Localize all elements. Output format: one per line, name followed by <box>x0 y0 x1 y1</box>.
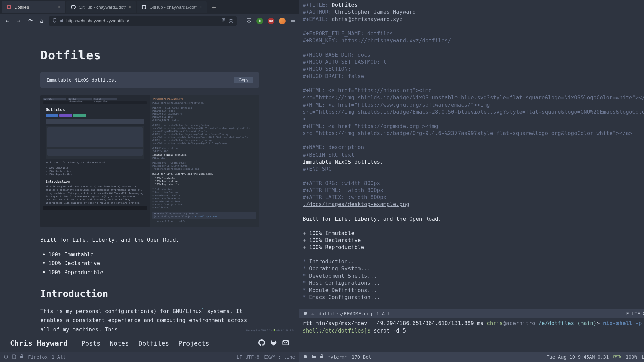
buffer-path: dotfiles/README.org <box>319 311 372 316</box>
encoding: LF UTF-8 <box>642 354 644 360</box>
browser-tab-active[interactable]: Dotfiles × <box>2 1 65 13</box>
tagline: Built for Life, Liberty, and the Open Ro… <box>40 237 259 243</box>
encoding: LF UTF-8 <box>623 311 644 316</box>
list-item: 100% Declarative <box>48 259 259 268</box>
code-text: Immutable NixOS dotfiles. <box>46 77 117 83</box>
feature-list: 100% Immutable 100% Declarative 100% Rep… <box>40 250 259 277</box>
home-button[interactable]: ⌂ <box>38 18 46 24</box>
lock-icon[interactable] <box>60 18 64 23</box>
svg-point-11 <box>4 355 8 358</box>
back-button[interactable]: ← <box>3 18 11 24</box>
browser-tab[interactable]: GitHub - chayward1/dotf × <box>66 1 136 13</box>
url-bar[interactable]: https://chrishayward.xyz/dotfiles/ <box>49 16 237 26</box>
major-mode: EXWM : line <box>264 354 295 360</box>
modeline-left: Firefox 1 All LF UTF-8 EXWM : line <box>0 352 299 362</box>
shield-icon[interactable] <box>52 18 57 24</box>
page-content[interactable]: Dotfiles Immutable NixOS dotfiles. Copy … <box>0 28 299 334</box>
tab-title: GitHub - chayward1/dotf <box>79 5 126 10</box>
editor-buffer[interactable]: #+TITLE: Dotfiles #+AUTHOR: Christopher … <box>299 0 644 309</box>
svg-point-13 <box>304 312 307 315</box>
position: 170 Bot <box>352 354 371 360</box>
browser-toolbar: ← → ⟳ ⌂ https://chrishayward.xyz/dotfile… <box>0 14 299 28</box>
nav-notes[interactable]: Notes <box>110 340 129 347</box>
copy-button[interactable]: Copy <box>234 77 253 83</box>
site-favicon-icon <box>6 4 12 10</box>
svg-rect-1 <box>8 6 10 8</box>
email-icon[interactable] <box>282 339 289 347</box>
tab-title: Dotfiles <box>14 5 55 10</box>
nav-projects[interactable]: Projects <box>178 340 209 347</box>
tab-close-icon[interactable]: × <box>199 4 202 10</box>
code-block: Immutable NixOS dotfiles. Copy <box>40 72 259 88</box>
circle-icon <box>303 311 307 316</box>
site-nav: Chris Hayward Posts Notes Dotfiles Proje… <box>0 334 299 352</box>
svg-rect-15 <box>320 356 323 358</box>
screenshot-image: DotfilesGitHub -chayward1/dGitHub -chayw… <box>40 95 259 227</box>
position: 1 All <box>52 354 66 360</box>
svg-rect-2 <box>60 20 63 22</box>
datetime: Tue Aug 10 9:45AM 0.31 <box>547 354 609 360</box>
bitwarden-icon[interactable]: b <box>256 18 263 24</box>
buffer-name: *vterm* <box>328 354 347 360</box>
encoding: LF UTF-8 <box>237 354 259 360</box>
svg-rect-17 <box>620 356 621 357</box>
buffer-name: Firefox <box>28 354 48 360</box>
site-brand[interactable]: Chris Hayward <box>10 339 68 347</box>
reader-mode-icon[interactable] <box>221 18 226 24</box>
svg-rect-12 <box>20 356 23 358</box>
extension-icon[interactable] <box>279 18 286 24</box>
gitlab-icon[interactable] <box>270 339 277 347</box>
intro-paragraph: This is my personal configuration(s) for… <box>40 307 259 334</box>
reload-button[interactable]: ⟳ <box>26 18 34 24</box>
back-arrow-icon: ← <box>311 311 315 317</box>
list-item: 100% Immutable <box>48 250 259 259</box>
intro-heading: Introduction <box>40 288 259 299</box>
list-item: 100% Reproducible <box>48 268 259 277</box>
page-title: Dotfiles <box>40 48 259 62</box>
svg-point-14 <box>304 355 307 358</box>
tab-close-icon[interactable]: × <box>58 4 61 10</box>
nav-posts[interactable]: Posts <box>81 340 100 347</box>
svg-rect-10 <box>283 340 289 345</box>
folder-icon <box>311 354 316 360</box>
editor-modeline: ← dotfiles/README.org 1 All LF UTF-8 Org… <box>299 309 644 318</box>
github-favicon-icon <box>71 4 76 10</box>
github-icon[interactable] <box>258 339 265 347</box>
browser-tab[interactable]: GitHub - chayward1/dotf × <box>137 1 206 13</box>
terminal-modeline: *vterm* 170 Bot Tue Aug 10 9:45AM 0.31 1… <box>299 352 644 362</box>
pocket-icon[interactable] <box>246 18 252 24</box>
battery-icon <box>613 354 621 360</box>
tab-close-icon[interactable]: × <box>128 4 131 10</box>
forward-button[interactable]: → <box>15 18 23 24</box>
tab-title: GitHub - chayward1/dotf <box>149 5 196 10</box>
position: 1 All <box>376 311 390 316</box>
github-favicon-icon <box>141 4 147 10</box>
terminal[interactable]: rtt min/avg/max/mdev = 49.294/186.651/36… <box>299 318 644 352</box>
new-tab-button[interactable]: + <box>207 3 221 11</box>
bookmark-icon[interactable] <box>229 18 233 24</box>
battery-pct: 100% <box>626 354 637 360</box>
browser-tab-bar: Dotfiles × GitHub - chayward1/dotf × Git… <box>0 0 299 14</box>
circle-icon <box>303 354 307 360</box>
circle-icon <box>4 354 8 360</box>
ublock-icon[interactable]: uO <box>268 18 274 24</box>
file-icon <box>12 354 16 360</box>
menu-icon[interactable] <box>290 18 296 24</box>
url-text: https://chrishayward.xyz/dotfiles/ <box>66 18 219 23</box>
lock-icon <box>320 354 324 360</box>
lock-icon <box>20 354 24 360</box>
nav-dotfiles[interactable]: Dotfiles <box>139 340 169 347</box>
